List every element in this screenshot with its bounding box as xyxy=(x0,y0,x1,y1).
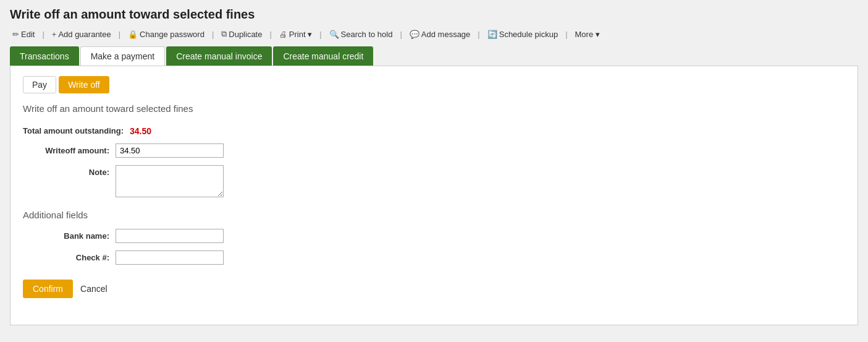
message-icon: 💬 xyxy=(410,30,419,39)
page-title: Write off an amount toward selected fine… xyxy=(10,7,858,22)
writeoff-section-title: Write off an amount toward selected fine… xyxy=(23,103,845,114)
toolbar: ✏ Edit | + Add guarantee | 🔒 Change pass… xyxy=(10,28,858,40)
check-input[interactable] xyxy=(116,250,224,265)
edit-icon: ✏ xyxy=(12,30,19,39)
check-row: Check #: xyxy=(23,250,845,265)
sub-tab-write-off[interactable]: Write off xyxy=(59,76,109,93)
toolbar-add-message[interactable]: 💬 Add message xyxy=(407,28,473,40)
check-label: Check #: xyxy=(23,250,116,262)
main-panel: Pay Write off Write off an amount toward… xyxy=(10,66,858,325)
note-label: Note: xyxy=(23,165,116,177)
refresh-icon: 🔄 xyxy=(487,30,497,39)
page-wrapper: Write off an amount toward selected fine… xyxy=(0,0,868,342)
toolbar-search-to-hold[interactable]: 🔍 Search to hold xyxy=(327,28,395,40)
total-amount-label: Total amount outstanding: xyxy=(23,124,130,135)
confirm-button[interactable]: Confirm xyxy=(23,280,73,298)
lock-icon: 🔒 xyxy=(128,30,138,39)
bank-name-row: Bank name: xyxy=(23,229,845,243)
toolbar-more[interactable]: More ▾ xyxy=(573,28,602,40)
total-amount-value: 34.50 xyxy=(130,124,151,136)
plus-icon: + xyxy=(52,30,57,39)
sub-tabs: Pay Write off xyxy=(23,76,845,93)
additional-fields-title: Additional fields xyxy=(23,210,845,220)
duplicate-icon: ⧉ xyxy=(221,29,227,39)
tab-transactions[interactable]: Transactions xyxy=(10,46,79,66)
bank-name-input[interactable] xyxy=(116,229,224,243)
print-icon: 🖨 xyxy=(279,30,287,39)
toolbar-schedule-pickup[interactable]: 🔄 Schedule pickup xyxy=(485,28,560,40)
search-icon: 🔍 xyxy=(329,30,339,39)
tab-make-payment[interactable]: Make a payment xyxy=(80,46,166,66)
sub-tab-pay[interactable]: Pay xyxy=(23,76,56,93)
writeoff-amount-row: Writeoff amount: xyxy=(23,143,845,158)
toolbar-edit[interactable]: ✏ Edit xyxy=(10,28,37,40)
note-row: Note: xyxy=(23,165,845,197)
tabs-bar: Transactions Make a payment Create manua… xyxy=(10,46,858,66)
writeoff-amount-label: Writeoff amount: xyxy=(23,143,116,155)
toolbar-duplicate[interactable]: ⧉ Duplicate xyxy=(219,28,264,40)
note-input[interactable] xyxy=(116,165,224,197)
tab-create-manual-invoice[interactable]: Create manual invoice xyxy=(166,46,272,66)
bank-name-label: Bank name: xyxy=(23,229,116,241)
toolbar-change-password[interactable]: 🔒 Change password xyxy=(125,28,207,40)
writeoff-amount-input[interactable] xyxy=(116,143,224,158)
confirm-row: Confirm Cancel xyxy=(23,280,845,298)
tab-create-manual-credit[interactable]: Create manual credit xyxy=(273,46,373,66)
cancel-link[interactable]: Cancel xyxy=(80,284,107,294)
toolbar-add-guarantee[interactable]: + Add guarantee xyxy=(49,28,114,40)
total-amount-row: Total amount outstanding: 34.50 xyxy=(23,124,845,136)
toolbar-print[interactable]: 🖨 Print ▾ xyxy=(277,28,314,40)
